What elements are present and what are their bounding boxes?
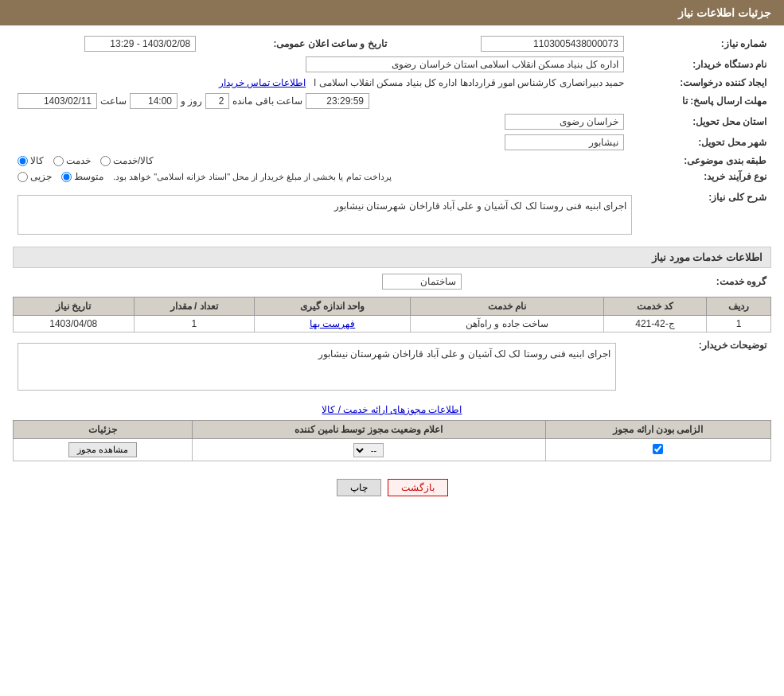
cell-name: ساخت جاده و راه‌آهن [411,316,604,332]
purchase-type-mutawassit-radio[interactable] [61,172,72,182]
label-buyer-org: نام دستگاه خریدار: [629,54,771,75]
category-kala-khidmat[interactable]: کالا/خدمت [100,155,154,166]
remaining-time-box: 23:29:59 [306,93,369,109]
services-section-title: اطلاعات خدمات مورد نیاز [13,247,771,268]
purchase-type-juzyi-label: جزیی [30,171,52,182]
purchase-type-mutawassit-label: متوسط [74,171,103,182]
content-area: شماره نیاز: 1103005438000073 تاریخ و ساع… [0,25,784,517]
cell-code: ج-42-421 [603,316,706,332]
table-row: 1 ج-42-421 ساخت جاده و راه‌آهن فهرست بها… [14,316,771,332]
time-label: ساعت [100,95,127,107]
permit-show-button[interactable]: مشاهده مجوز [68,442,137,457]
category-kala[interactable]: کالا [18,155,44,166]
purchase-type-value: پرداخت تمام یا بخشی از مبلغ خریدار از مح… [13,169,629,185]
main-info-table: شماره نیاز: 1103005438000073 تاریخ و ساع… [13,33,771,185]
need-desc-label: شرح کلی نیاز: [637,189,771,240]
buyer-notes-label: توضیحات خریدار: [621,337,771,396]
page-container: جزئیات اطلاعات نیاز شماره نیاز: 11030054… [0,0,784,696]
back-button[interactable]: بازگشت [388,479,448,496]
need-desc-box: اجرای ابنیه فنی روستا لک لک آشیان و علی … [18,195,632,235]
days-label: روز و [181,95,202,107]
permit-col-status: اعلام وضعیت مجوز توسط نامین کننده [192,421,545,439]
label-purchase-type: نوع فرآیند خرید: [629,169,771,185]
cell-row: 1 [707,316,771,332]
service-group-table: گروه خدمت: ساختمان [13,271,771,292]
buyer-org-box: اداره کل بنیاد مسکن انقلاب اسلامی استان … [306,56,624,72]
buyer-notes-value: اجرای ابنیه فنی روستا لک لک آشیان و علی … [13,337,621,396]
delivery-city-value: نیشابور [13,132,629,153]
category-value: کالا/خدمت خدمت کالا [13,153,629,169]
col-row: ردیف [707,297,771,316]
purchase-type-juzyi-radio[interactable] [18,172,28,182]
col-name: نام خدمت [411,297,604,316]
col-unit: واحد اندازه گیری [254,297,410,316]
permit-col-details: جزئیات [14,421,193,439]
label-delivery-province: استان محل تحویل: [629,111,771,132]
cell-date: 1403/04/08 [14,316,135,332]
category-khidmat-radio[interactable] [53,156,64,166]
buyer-org-value: اداره کل بنیاد مسکن انقلاب اسلامی استان … [13,54,629,75]
cell-quantity: 1 [134,316,254,332]
footer-buttons: بازگشت چاپ [13,466,771,509]
col-code: کد خدمت [603,297,706,316]
unit-link[interactable]: فهرست بها [310,318,355,329]
permit-details-cell: مشاهده مجوز [14,439,193,461]
remaining-suffix: ساعت باقی مانده [232,95,302,107]
requester-value: حمید دبیرانصاری کارشناس امور قراردادها ا… [13,75,629,91]
service-group-value: ساختمان [13,271,466,292]
delivery-province-value: خراسان رضوی [13,111,629,132]
category-khidmat[interactable]: خدمت [53,155,91,166]
permit-required-cell [545,439,770,461]
need-desc-value: اجرای ابنیه فنی روستا لک لک آشیان و علی … [13,189,637,240]
purchase-type-juzyi[interactable]: جزیی [18,171,52,182]
cell-unit: فهرست بها [254,316,410,332]
page-header: جزئیات اطلاعات نیاز [0,0,784,25]
permit-required-checkbox[interactable] [653,444,663,454]
need-description-table: شرح کلی نیاز: اجرای ابنیه فنی روستا لک ل… [13,189,771,240]
services-data-table: ردیف کد خدمت نام خدمت واحد اندازه گیری ت… [13,297,771,332]
requester-text: حمید دبیرانصاری کارشناس امور قراردادها ا… [314,77,624,88]
label-requester: ایجاد کننده درخواست: [629,75,771,91]
deadline-time-box: 14:00 [130,93,177,109]
label-need-number: شماره نیاز: [629,33,771,54]
label-category: طبقه بندی موضوعی: [629,153,771,169]
page-title: جزئیات اطلاعات نیاز [678,6,771,19]
category-kala-label: کالا [30,155,44,166]
category-kala-radio[interactable] [18,156,28,166]
category-kala-khidmat-radio[interactable] [100,156,111,166]
announcement-datetime-value: 1403/02/08 - 13:29 [13,33,201,54]
category-kala-khidmat-label: کالا/خدمت [113,155,154,166]
print-button[interactable]: چاپ [337,479,381,496]
remaining-days-box: 2 [205,93,229,109]
service-group-box: ساختمان [382,274,462,290]
permit-row: -- مشاهده مجوز [14,439,771,461]
category-khidmat-label: خدمت [66,155,91,166]
need-number-value: 1103005438000073 [392,33,629,54]
service-group-label: گروه خدمت: [466,271,771,292]
need-number-box: 1103005438000073 [481,36,624,52]
label-announcement-datetime: تاریخ و ساعت اعلان عمومی: [201,33,392,54]
col-quantity: تعداد / مقدار [134,297,254,316]
buyer-notes-box: اجرای ابنیه فنی روستا لک لک آشیان و علی … [18,343,616,391]
permit-status-cell: -- [192,439,545,461]
label-delivery-city: شهر محل تحویل: [629,132,771,153]
permit-status-select[interactable]: -- [353,443,384,457]
purchase-type-note: پرداخت تمام یا بخشی از مبلغ خریدار از مح… [113,172,392,182]
col-date: تاریخ نیاز [14,297,135,316]
delivery-province-box: خراسان رضوی [505,114,624,130]
purchase-type-mutawassit[interactable]: متوسط [61,171,103,182]
delivery-city-box: نیشابور [505,134,624,150]
buyer-notes-table: توضیحات خریدار: اجرای ابنیه فنی روستا لک… [13,337,771,396]
response-deadline-value: 23:29:59 ساعت باقی مانده 2 روز و 14:00 س… [13,91,629,111]
deadline-date-box: 1403/02/11 [18,93,97,109]
permits-table: الزامی بودن ارائه مجوز اعلام وضعیت مجوز … [13,420,771,461]
permits-separator[interactable]: اطلاعات مجوزهای ارائه خدمت / کالا [13,404,771,415]
label-response-deadline: مهلت ارسال پاسخ: تا [629,91,771,111]
permit-col-required: الزامی بودن ارائه مجوز [545,421,770,439]
announcement-datetime-box: 1403/02/08 - 13:29 [84,36,196,52]
requester-contact-link[interactable]: اطلاعات تماس خریدار [219,77,306,88]
